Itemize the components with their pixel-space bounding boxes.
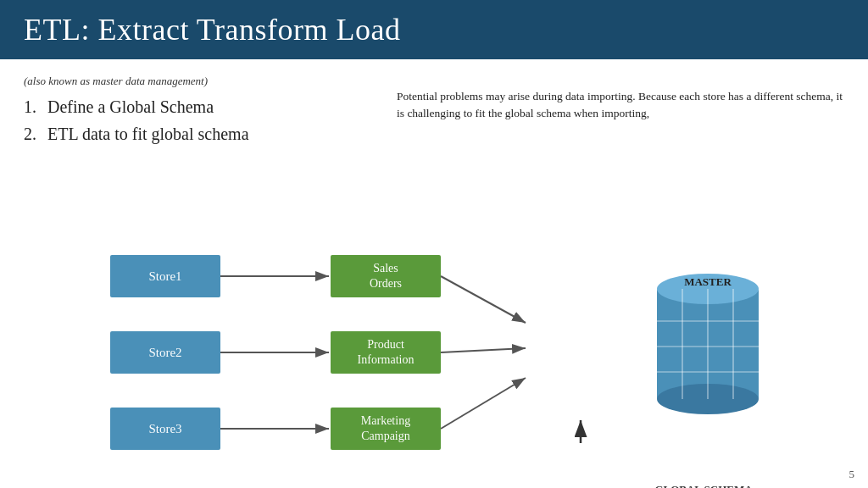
svg-line-5 <box>441 378 526 429</box>
store3-label: Store3 <box>148 422 181 436</box>
right-panel: Potential problems may arise during data… <box>397 75 844 147</box>
point-2-text: ETL data to fit global schema <box>47 120 249 147</box>
global-schema-text: GLOBAL SCHEMA <box>654 483 752 488</box>
point-2: 2. ETL data to fit global schema <box>24 120 380 147</box>
subtitle: (also known as master data management) <box>24 75 380 88</box>
product-info-box: ProductInformation <box>331 331 441 374</box>
points-list: 1. Define a Global Schema 2. ETL data to… <box>24 93 380 147</box>
global-schema-label: GLOBAL SCHEMA <box>644 483 763 488</box>
page-header: ETL: Extract Transform Load <box>0 0 868 59</box>
point-1-num: 1. <box>24 93 41 120</box>
product-info-label: ProductInformation <box>358 337 415 368</box>
point-2-num: 2. <box>24 120 41 147</box>
right-text: Potential problems may arise during data… <box>397 90 843 119</box>
header-title: ETL: Extract Transform Load <box>24 13 400 47</box>
sales-orders-box: SalesOrders <box>331 255 441 297</box>
marketing-label: MarketingCampaign <box>361 413 410 444</box>
cylinder-svg: MASTER <box>653 272 763 420</box>
store2-label: Store2 <box>148 346 181 360</box>
svg-line-3 <box>441 276 526 323</box>
page-number: 5 <box>849 468 855 481</box>
content-area: (also known as master data management) 1… <box>0 59 868 156</box>
svg-line-4 <box>441 348 526 352</box>
store1-label: Store1 <box>148 269 181 284</box>
etl-diagram: Store1 Store2 Store3 SalesOrders Product… <box>110 255 754 471</box>
svg-text:MASTER: MASTER <box>684 275 732 288</box>
left-panel: (also known as master data management) 1… <box>24 75 380 147</box>
store3-box: Store3 <box>110 408 220 450</box>
point-1-text: Define a Global Schema <box>47 93 214 120</box>
point-1: 1. Define a Global Schema <box>24 93 380 120</box>
store1-box: Store1 <box>110 255 220 297</box>
sales-orders-label: SalesOrders <box>370 261 402 291</box>
store2-box: Store2 <box>110 331 220 374</box>
marketing-box: MarketingCampaign <box>331 408 441 450</box>
master-cylinder: MASTER <box>653 272 754 408</box>
